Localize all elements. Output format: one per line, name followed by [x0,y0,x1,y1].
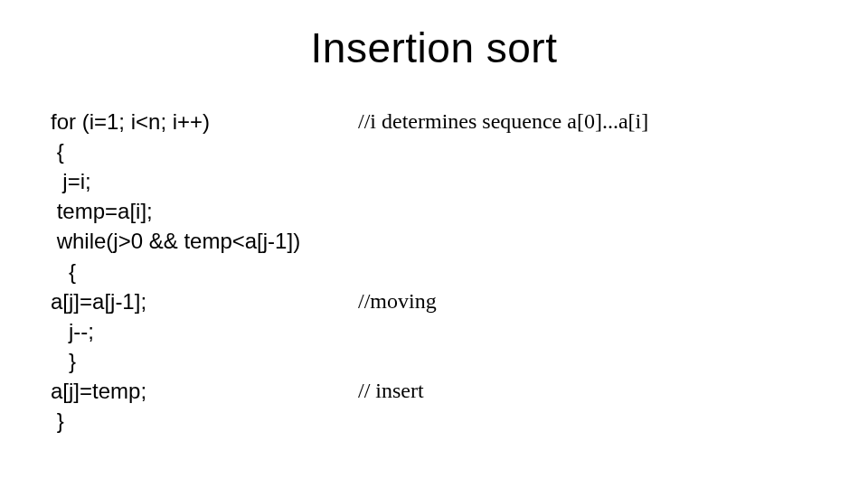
code-block: for (i=1; i<n; i++) //i determines seque… [51,107,817,436]
code-row: j=i; [51,166,817,196]
code-row: { [51,136,817,166]
code-text: a[j]=a[j-1]; [51,286,358,316]
code-text: while(j>0 && temp<a[j-1]) [51,226,358,256]
code-row: temp=a[i]; [51,196,817,226]
code-text: j=i; [51,166,358,196]
code-text: { [51,136,358,166]
code-row: while(j>0 && temp<a[j-1]) [51,226,817,256]
code-row: { [51,257,817,286]
code-text: } [51,346,358,376]
code-row: j--; [51,316,817,346]
code-comment: //i determines sequence a[0]...a[i] [358,107,648,136]
code-row: } [51,346,817,376]
code-comment: // insert [358,376,424,406]
code-row: a[j]=temp; // insert [51,376,817,406]
code-row: for (i=1; i<n; i++) //i determines seque… [51,107,817,136]
code-text: for (i=1; i<n; i++) [51,107,358,136]
slide: Insertion sort for (i=1; i<n; i++) //i d… [0,0,868,488]
code-text: } [51,406,358,436]
code-text: a[j]=temp; [51,376,358,406]
code-text: j--; [51,316,358,346]
code-text: temp=a[i]; [51,196,358,226]
code-row: } [51,406,817,436]
code-row: a[j]=a[j-1]; //moving [51,286,817,316]
code-text: { [51,257,358,286]
code-comment: //moving [358,286,437,316]
page-title: Insertion sort [0,23,868,72]
